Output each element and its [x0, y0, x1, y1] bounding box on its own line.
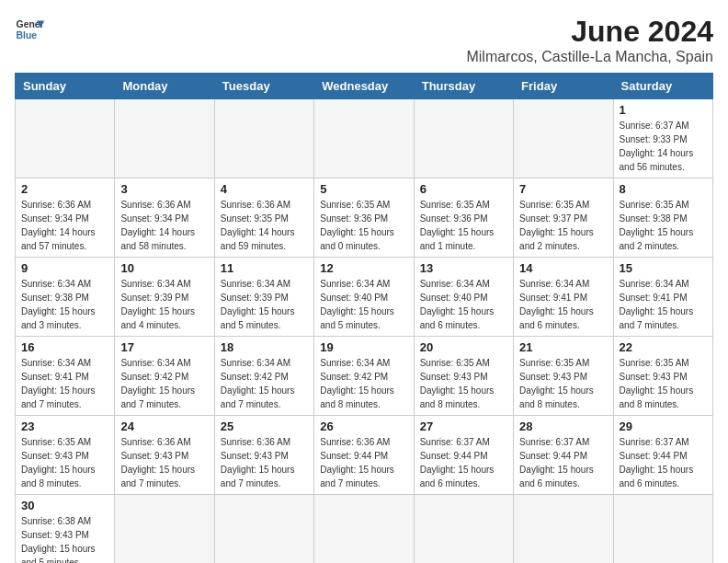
- weekday-header: Thursday: [414, 74, 513, 99]
- day-info: Sunrise: 6:36 AM Sunset: 9:44 PM Dayligh…: [320, 435, 407, 490]
- day-number: 5: [320, 182, 407, 196]
- day-info: Sunrise: 6:37 AM Sunset: 9:33 PM Dayligh…: [620, 119, 707, 174]
- calendar-cell: [214, 99, 313, 178]
- calendar-cell: 14Sunrise: 6:34 AM Sunset: 9:41 PM Dayli…: [514, 258, 613, 337]
- day-info: Sunrise: 6:34 AM Sunset: 9:41 PM Dayligh…: [519, 277, 607, 332]
- weekday-header: Tuesday: [214, 74, 313, 99]
- day-info: Sunrise: 6:34 AM Sunset: 9:40 PM Dayligh…: [420, 277, 507, 332]
- day-info: Sunrise: 6:35 AM Sunset: 9:37 PM Dayligh…: [519, 198, 607, 253]
- calendar-cell: 17Sunrise: 6:34 AM Sunset: 9:42 PM Dayli…: [115, 337, 214, 416]
- calendar-cell: [214, 495, 313, 564]
- calendar-cell: [414, 99, 513, 178]
- day-number: 23: [21, 419, 108, 433]
- weekday-header: Saturday: [613, 74, 712, 99]
- calendar-cell: 22Sunrise: 6:35 AM Sunset: 9:43 PM Dayli…: [613, 337, 712, 416]
- logo: General Blue: [15, 15, 44, 44]
- day-number: 19: [320, 340, 407, 354]
- day-number: 21: [519, 340, 607, 354]
- calendar-title: June 2024: [466, 15, 713, 49]
- day-number: 4: [221, 182, 308, 196]
- day-info: Sunrise: 6:34 AM Sunset: 9:42 PM Dayligh…: [320, 356, 407, 411]
- weekday-header: Monday: [115, 74, 214, 99]
- calendar-cell: 26Sunrise: 6:36 AM Sunset: 9:44 PM Dayli…: [314, 416, 414, 495]
- day-number: 2: [21, 182, 108, 196]
- day-info: Sunrise: 6:35 AM Sunset: 9:43 PM Dayligh…: [519, 356, 607, 411]
- day-info: Sunrise: 6:36 AM Sunset: 9:35 PM Dayligh…: [221, 198, 308, 253]
- calendar-cell: 25Sunrise: 6:36 AM Sunset: 9:43 PM Dayli…: [214, 416, 313, 495]
- day-info: Sunrise: 6:35 AM Sunset: 9:43 PM Dayligh…: [420, 356, 507, 411]
- calendar-cell: 10Sunrise: 6:34 AM Sunset: 9:39 PM Dayli…: [115, 258, 214, 337]
- calendar-cell: 7Sunrise: 6:35 AM Sunset: 9:37 PM Daylig…: [514, 178, 613, 258]
- calendar-cell: [314, 99, 414, 178]
- calendar-cell: 13Sunrise: 6:34 AM Sunset: 9:40 PM Dayli…: [414, 258, 513, 337]
- day-number: 14: [519, 261, 607, 275]
- calendar-cell: 19Sunrise: 6:34 AM Sunset: 9:42 PM Dayli…: [314, 337, 414, 416]
- day-number: 3: [120, 182, 208, 196]
- calendar-cell: [514, 99, 613, 178]
- header-section: General Blue June 2024 Milmarcos, Castil…: [15, 15, 713, 65]
- weekday-header: Sunday: [16, 74, 115, 99]
- calendar-cell: 11Sunrise: 6:34 AM Sunset: 9:39 PM Dayli…: [214, 258, 313, 337]
- day-info: Sunrise: 6:34 AM Sunset: 9:42 PM Dayligh…: [221, 356, 308, 411]
- calendar-cell: 9Sunrise: 6:34 AM Sunset: 9:38 PM Daylig…: [16, 258, 115, 337]
- calendar-subtitle: Milmarcos, Castille-La Mancha, Spain: [466, 49, 713, 65]
- day-info: Sunrise: 6:35 AM Sunset: 9:43 PM Dayligh…: [21, 435, 108, 490]
- day-number: 6: [420, 182, 507, 196]
- calendar-cell: 29Sunrise: 6:37 AM Sunset: 9:44 PM Dayli…: [613, 416, 712, 495]
- day-info: Sunrise: 6:35 AM Sunset: 9:36 PM Dayligh…: [420, 198, 507, 253]
- day-number: 9: [21, 261, 108, 275]
- calendar-table: SundayMondayTuesdayWednesdayThursdayFrid…: [15, 73, 713, 563]
- day-number: 20: [420, 340, 507, 354]
- calendar-cell: 6Sunrise: 6:35 AM Sunset: 9:36 PM Daylig…: [414, 178, 513, 258]
- calendar-cell: [16, 99, 115, 178]
- day-info: Sunrise: 6:36 AM Sunset: 9:34 PM Dayligh…: [120, 198, 208, 253]
- calendar-cell: [115, 99, 214, 178]
- day-info: Sunrise: 6:36 AM Sunset: 9:34 PM Dayligh…: [21, 198, 108, 253]
- day-number: 26: [320, 419, 407, 433]
- weekday-header: Friday: [514, 74, 613, 99]
- day-number: 8: [620, 182, 707, 196]
- day-number: 27: [420, 419, 507, 433]
- calendar-cell: [514, 495, 613, 564]
- day-number: 7: [519, 182, 607, 196]
- day-info: Sunrise: 6:34 AM Sunset: 9:42 PM Dayligh…: [120, 356, 208, 411]
- day-number: 25: [221, 419, 308, 433]
- day-number: 29: [620, 419, 707, 433]
- calendar-cell: [314, 495, 414, 564]
- day-number: 16: [21, 340, 108, 354]
- calendar-cell: 20Sunrise: 6:35 AM Sunset: 9:43 PM Dayli…: [414, 337, 513, 416]
- day-info: Sunrise: 6:34 AM Sunset: 9:40 PM Dayligh…: [320, 277, 407, 332]
- calendar-cell: [115, 495, 214, 564]
- day-number: 17: [120, 340, 208, 354]
- day-info: Sunrise: 6:34 AM Sunset: 9:41 PM Dayligh…: [21, 356, 108, 411]
- day-number: 30: [21, 499, 108, 512]
- day-info: Sunrise: 6:35 AM Sunset: 9:36 PM Dayligh…: [320, 198, 407, 253]
- day-number: 15: [620, 261, 707, 275]
- day-number: 10: [120, 261, 208, 275]
- day-number: 12: [320, 261, 407, 275]
- day-number: 24: [120, 419, 208, 433]
- calendar-cell: 2Sunrise: 6:36 AM Sunset: 9:34 PM Daylig…: [16, 178, 115, 258]
- calendar-cell: 16Sunrise: 6:34 AM Sunset: 9:41 PM Dayli…: [16, 337, 115, 416]
- calendar-cell: 3Sunrise: 6:36 AM Sunset: 9:34 PM Daylig…: [115, 178, 214, 258]
- day-info: Sunrise: 6:38 AM Sunset: 9:43 PM Dayligh…: [21, 514, 108, 563]
- day-number: 13: [420, 261, 507, 275]
- day-info: Sunrise: 6:36 AM Sunset: 9:43 PM Dayligh…: [120, 435, 208, 490]
- calendar-cell: 28Sunrise: 6:37 AM Sunset: 9:44 PM Dayli…: [514, 416, 613, 495]
- day-info: Sunrise: 6:35 AM Sunset: 9:43 PM Dayligh…: [620, 356, 707, 411]
- svg-text:Blue: Blue: [17, 30, 38, 40]
- calendar-cell: [414, 495, 513, 564]
- calendar-cell: 15Sunrise: 6:34 AM Sunset: 9:41 PM Dayli…: [613, 258, 712, 337]
- calendar-cell: 5Sunrise: 6:35 AM Sunset: 9:36 PM Daylig…: [314, 178, 414, 258]
- calendar-cell: [613, 495, 712, 564]
- day-number: 1: [620, 103, 707, 117]
- day-info: Sunrise: 6:37 AM Sunset: 9:44 PM Dayligh…: [519, 435, 607, 490]
- calendar-header: SundayMondayTuesdayWednesdayThursdayFrid…: [16, 74, 713, 99]
- calendar-cell: 21Sunrise: 6:35 AM Sunset: 9:43 PM Dayli…: [514, 337, 613, 416]
- calendar-cell: 18Sunrise: 6:34 AM Sunset: 9:42 PM Dayli…: [214, 337, 313, 416]
- day-info: Sunrise: 6:34 AM Sunset: 9:39 PM Dayligh…: [120, 277, 208, 332]
- day-info: Sunrise: 6:34 AM Sunset: 9:39 PM Dayligh…: [221, 277, 308, 332]
- weekday-header: Wednesday: [314, 74, 414, 99]
- day-info: Sunrise: 6:34 AM Sunset: 9:41 PM Dayligh…: [620, 277, 707, 332]
- calendar-cell: 1Sunrise: 6:37 AM Sunset: 9:33 PM Daylig…: [613, 99, 712, 178]
